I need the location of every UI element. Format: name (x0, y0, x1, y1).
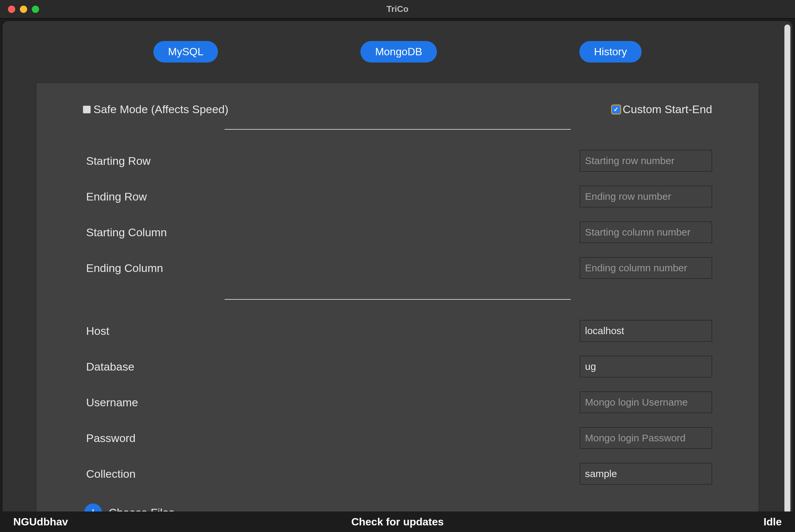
host-label: Host (83, 325, 109, 338)
username-label: Username (83, 396, 138, 409)
safe-mode-checkbox[interactable] (83, 106, 91, 113)
starting-column-input[interactable] (580, 221, 712, 243)
starting-row-field: Starting Row (83, 143, 712, 179)
custom-start-end-checkbox[interactable]: ✓ (612, 106, 620, 113)
window-body: MySQL MongoDB History Safe Mode (Affects… (3, 21, 792, 532)
scrollbar[interactable] (784, 24, 790, 521)
mysql-tab-button[interactable]: MySQL (153, 41, 218, 62)
username-input[interactable] (580, 392, 712, 413)
collection-label: Collection (83, 468, 135, 480)
minimize-window-button[interactable] (20, 6, 27, 13)
ending-column-field: Ending Column (83, 250, 712, 286)
ending-row-label: Ending Row (83, 190, 147, 203)
username-field: Username (83, 384, 712, 420)
status-bar: NGUdbhav Check for updates Idle (0, 512, 795, 532)
safe-mode-group: Safe Mode (Affects Speed) (83, 103, 229, 116)
window-title: TriCo (386, 4, 409, 14)
ending-row-input[interactable] (580, 186, 712, 207)
window-controls (0, 6, 39, 13)
tabs-row: MySQL MongoDB History (3, 21, 792, 82)
titlebar: TriCo (0, 0, 795, 19)
mongodb-tab-button[interactable]: MongoDB (360, 41, 437, 62)
maximize-window-button[interactable] (32, 6, 39, 13)
form-panel: Safe Mode (Affects Speed) ✓ Custom Start… (36, 82, 759, 512)
password-field: Password (83, 420, 712, 456)
ending-column-input[interactable] (580, 257, 712, 279)
database-input[interactable] (580, 356, 712, 378)
database-field: Database (83, 349, 712, 384)
starting-column-label: Starting Column (83, 226, 167, 239)
ending-column-label: Ending Column (83, 262, 163, 274)
divider (224, 299, 571, 300)
password-input[interactable] (580, 427, 712, 449)
ending-row-field: Ending Row (83, 179, 712, 214)
safe-mode-label: Safe Mode (Affects Speed) (93, 103, 229, 116)
checkbox-row: Safe Mode (Affects Speed) ✓ Custom Start… (83, 103, 712, 116)
host-input[interactable] (580, 320, 712, 342)
custom-start-end-label: Custom Start-End (623, 103, 712, 116)
check-for-updates-link[interactable]: Check for updates (351, 516, 444, 528)
divider (224, 129, 571, 130)
custom-start-end-group: ✓ Custom Start-End (612, 103, 712, 116)
password-label: Password (83, 432, 135, 445)
collection-input[interactable] (580, 463, 712, 485)
collection-field: Collection (83, 456, 712, 492)
starting-column-field: Starting Column (83, 214, 712, 250)
history-tab-button[interactable]: History (579, 41, 642, 62)
starting-row-label: Starting Row (83, 154, 151, 167)
status-author: NGUdbhav (13, 516, 68, 528)
status-state: Idle (763, 516, 782, 528)
close-window-button[interactable] (8, 6, 15, 13)
starting-row-input[interactable] (580, 150, 712, 172)
database-label: Database (83, 360, 134, 373)
host-field: Host (83, 313, 712, 349)
